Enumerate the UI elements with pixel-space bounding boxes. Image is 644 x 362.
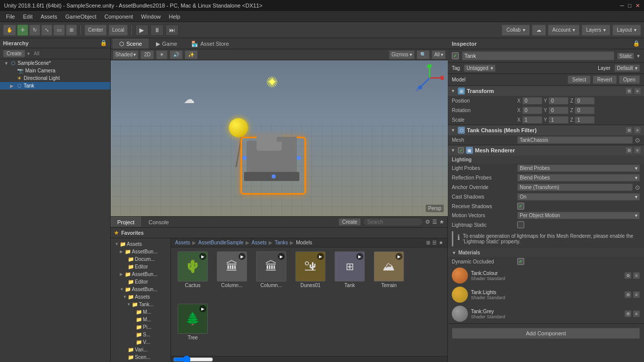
hierarchy-filter[interactable]: All bbox=[34, 51, 39, 56]
meshrenderer-header[interactable]: ▼ ✓ ▦ Mesh Renderer ⚙ ≡ bbox=[448, 145, 644, 155]
tab-scene[interactable]: ⬡ Scene bbox=[113, 39, 148, 49]
tree-item-v[interactable]: 📁 V... bbox=[113, 338, 169, 346]
tab-project[interactable]: Project bbox=[111, 217, 141, 227]
rotate-tool[interactable]: ↻ bbox=[29, 25, 40, 36]
pause-btn[interactable]: ⏸ bbox=[150, 25, 164, 36]
lights-settings[interactable]: ⚙ bbox=[624, 291, 631, 298]
project-settings-btn[interactable]: ⚙ bbox=[425, 219, 430, 225]
rot-z-field[interactable] bbox=[575, 107, 595, 114]
add-component-button[interactable]: Add Component bbox=[452, 328, 640, 339]
select-btn[interactable]: Select bbox=[568, 75, 591, 84]
minimize-btn[interactable]: ─ bbox=[620, 3, 624, 9]
material-grey[interactable]: Tank:Grey Shader Standard ⚙ ≡ bbox=[448, 304, 644, 323]
tank-play[interactable]: ▶ bbox=[356, 253, 363, 260]
asset-tree[interactable]: 🌲 ▶ Tree bbox=[175, 304, 210, 352]
cactus-play[interactable]: ▶ bbox=[199, 253, 206, 260]
project-star-btn[interactable]: ★ bbox=[439, 219, 444, 225]
colour-more[interactable]: ≡ bbox=[633, 272, 640, 279]
colour-settings[interactable]: ⚙ bbox=[624, 272, 631, 279]
hierarchy-item-camera[interactable]: 📷 Main Camera bbox=[0, 67, 110, 74]
move-tool[interactable]: ✛ bbox=[17, 25, 28, 36]
menu-gameobject[interactable]: GameObject bbox=[61, 13, 101, 21]
collab-dropdown[interactable]: Collab ▾ bbox=[502, 25, 529, 36]
tree-item-s[interactable]: 📁 S... bbox=[113, 331, 169, 338]
cloud-btn[interactable]: ☁ bbox=[532, 25, 546, 36]
lights-more[interactable]: ≡ bbox=[633, 291, 640, 298]
asset-terrain[interactable]: ⛰ ▶ Terrain bbox=[371, 251, 407, 300]
object-name-field[interactable] bbox=[462, 51, 614, 60]
search-scene-btn[interactable]: 🔍 bbox=[417, 50, 430, 59]
grey-more[interactable]: ≡ bbox=[633, 310, 640, 317]
maximize-btn[interactable]: □ bbox=[628, 3, 631, 9]
all-dropdown[interactable]: All ▾ bbox=[432, 50, 446, 59]
step-btn[interactable]: ⏭ bbox=[166, 25, 179, 36]
transform-header[interactable]: ▼ ⊞ Transform ⚙ ≡ bbox=[448, 86, 644, 96]
asset-dunes[interactable]: 🏜 ▶ Dunes01 bbox=[293, 251, 328, 300]
gizmo-widget[interactable]: X Y Z bbox=[416, 64, 444, 92]
hierarchy-lock[interactable]: 🔒 bbox=[100, 40, 107, 46]
open-btn[interactable]: Open bbox=[619, 75, 640, 84]
project-search[interactable] bbox=[363, 218, 423, 226]
tree-item-m1[interactable]: 📁 M... bbox=[113, 308, 169, 316]
hierarchy-item-scene[interactable]: ▼ ⬡ SampleScene* bbox=[0, 59, 110, 67]
revert-btn[interactable]: Revert bbox=[593, 75, 616, 84]
object-active-checkbox[interactable]: ✓ bbox=[452, 52, 459, 59]
motion-vectors-dropdown[interactable]: Per Object Motion ▾ bbox=[517, 212, 640, 219]
bc-action1[interactable]: ⊞ bbox=[426, 240, 430, 245]
tree-item-assetbun3[interactable]: ▼ 📁 AssetBun... bbox=[113, 286, 169, 293]
tree-item-scen[interactable]: 📁 Scen... bbox=[113, 353, 169, 361]
shading-dropdown[interactable]: Shaded ▾ bbox=[113, 50, 138, 59]
bc-assets[interactable]: Assets bbox=[175, 240, 190, 245]
material-colour[interactable]: Tank:Colour Shader Standard ⚙ ≡ bbox=[448, 266, 644, 285]
tree-item-editor2[interactable]: 📁 Editor bbox=[113, 278, 169, 286]
tree-item-docum[interactable]: 📁 Docum... bbox=[113, 255, 169, 263]
tree-item-pi[interactable]: 📁 Pi... bbox=[113, 323, 169, 331]
light-gizmo-sphere[interactable] bbox=[229, 118, 248, 137]
tank-object[interactable] bbox=[247, 141, 297, 176]
control-dot-right[interactable] bbox=[297, 156, 301, 160]
asset-column2[interactable]: 🏛 ▶ Column... bbox=[254, 251, 289, 300]
scale-y-field[interactable] bbox=[548, 116, 569, 124]
tree-item-assets2[interactable]: ▼ 📁 Assets bbox=[113, 293, 169, 301]
layer-dropdown[interactable]: Default ▾ bbox=[614, 64, 640, 72]
dynamic-occluded-checkbox[interactable]: ✓ bbox=[517, 258, 524, 265]
control-dot-bottom[interactable] bbox=[272, 174, 276, 178]
bc-action2[interactable]: ☰ bbox=[432, 240, 437, 245]
project-create-btn[interactable]: Create bbox=[339, 218, 361, 226]
2d-btn[interactable]: 2D bbox=[140, 50, 154, 59]
layers-dropdown[interactable]: Layers ▾ bbox=[582, 25, 610, 36]
asset-tank[interactable]: ⊞ ▶ Tank bbox=[332, 251, 367, 300]
bc-assets2[interactable]: Assets bbox=[252, 240, 267, 245]
close-btn[interactable]: ✕ bbox=[635, 3, 640, 9]
anchor-dropdown[interactable]: None (Transform) bbox=[517, 184, 633, 191]
scale-z-field[interactable] bbox=[575, 116, 595, 124]
gizmos-dropdown[interactable]: Gizmos ▾ bbox=[389, 50, 415, 59]
materials-header[interactable]: ▼ Materials bbox=[448, 248, 644, 257]
menu-edit[interactable]: Edit bbox=[19, 13, 37, 21]
rot-x-field[interactable] bbox=[522, 107, 542, 114]
pos-z-field[interactable] bbox=[575, 97, 595, 105]
tag-dropdown[interactable]: Untagged ▾ bbox=[464, 64, 495, 72]
hierarchy-item-tank[interactable]: ▶ ⬡ Tank bbox=[0, 82, 110, 89]
play-btn[interactable]: ▶ bbox=[135, 25, 148, 36]
zoom-slider[interactable] bbox=[173, 357, 213, 361]
hierarchy-item-light[interactable]: ☀ Directional Light bbox=[0, 74, 110, 82]
grey-settings[interactable]: ⚙ bbox=[624, 310, 631, 317]
bc-assetbundle[interactable]: AssetBundleSample bbox=[198, 240, 244, 245]
bc-action3[interactable]: ★ bbox=[439, 240, 443, 245]
terrain-play[interactable]: ▶ bbox=[395, 253, 403, 260]
audio-btn[interactable]: 🔊 bbox=[170, 50, 183, 59]
rot-y-field[interactable] bbox=[548, 107, 569, 114]
mesh-dropdown[interactable]: TankChassis bbox=[517, 136, 633, 144]
tree-play[interactable]: ▶ bbox=[199, 305, 206, 312]
column2-play[interactable]: ▶ bbox=[278, 253, 285, 260]
center-btn[interactable]: Center bbox=[85, 25, 107, 36]
menu-assets[interactable]: Assets bbox=[37, 13, 61, 21]
tree-item-m2[interactable]: 📁 M... bbox=[113, 316, 169, 323]
meshfilter-more[interactable]: ≡ bbox=[634, 127, 641, 134]
layout-dropdown[interactable]: Layout ▾ bbox=[612, 25, 641, 36]
account-dropdown[interactable]: Account ▾ bbox=[548, 25, 580, 36]
lighting-btn[interactable]: ☀ bbox=[156, 50, 168, 59]
local-btn[interactable]: Local bbox=[109, 25, 128, 36]
tree-item-assetbun2[interactable]: ▶ 📁 AssetBun... bbox=[113, 270, 169, 278]
